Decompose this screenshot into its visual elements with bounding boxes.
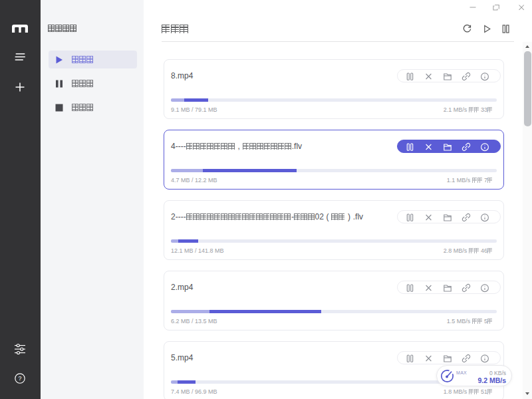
svg-text:?: ? (19, 375, 22, 382)
